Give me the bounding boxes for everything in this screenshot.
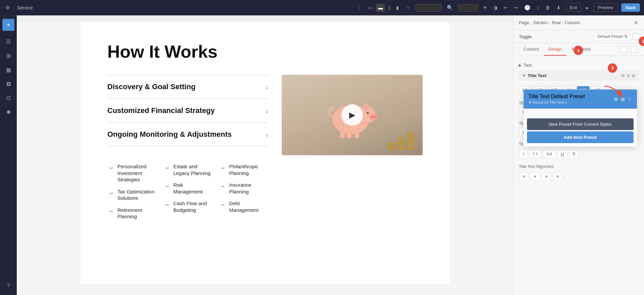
new-preset-from-styles-button[interactable]: New Preset From Current Styles <box>527 118 634 130</box>
checkbox-square[interactable] <box>633 34 639 40</box>
preset-selector[interactable]: Default Preset ⇅ <box>594 33 631 40</box>
service-title: Service <box>17 5 33 10</box>
expand-icon-2[interactable]: ⧉ <box>627 73 630 78</box>
section-title: How It Works <box>107 42 423 61</box>
theme-toggle-icon[interactable]: ◑ <box>492 3 499 12</box>
checkbox-sq3[interactable] <box>631 47 637 53</box>
font-style-tt2-button[interactable]: T T <box>543 150 556 158</box>
checkbox-sq2[interactable] <box>621 47 627 53</box>
download-icon[interactable]: ⬇ <box>555 3 562 12</box>
history-icon[interactable]: 🕐 <box>523 3 532 12</box>
tab-content[interactable]: Content <box>519 43 544 56</box>
play-button[interactable]: ▶ <box>341 104 363 126</box>
accordion-header-2[interactable]: Customized Financial Strategy ↓ <box>107 106 268 115</box>
video-thumbnail[interactable]: ▶ <box>282 75 423 155</box>
title-text-actions: 3 ⚙ ⧉ ⊞ <box>621 73 635 78</box>
align-left-button[interactable]: ≡ <box>519 172 529 181</box>
more-options-icon[interactable]: ⋮ <box>355 3 363 12</box>
breadcrumb-column[interactable]: Column <box>565 20 580 25</box>
preset-more-icon[interactable]: ⋮ <box>628 97 632 102</box>
undo-icon[interactable]: ↩ <box>502 3 509 12</box>
gear-icon[interactable]: ⚙ <box>4 3 11 12</box>
save-button[interactable]: Save <box>621 3 640 12</box>
tablet-landscape-icon[interactable]: ▬ <box>376 4 385 12</box>
service-text-8: Insurance Planning <box>229 182 268 195</box>
preview-button[interactable]: Preview <box>593 3 618 12</box>
accordion-header-1[interactable]: Discovery & Goal Setting ↓ <box>107 82 268 91</box>
grid-icon[interactable]: ▦ <box>2 64 14 76</box>
italic-button[interactable]: I <box>519 150 528 158</box>
search-icon[interactable]: 🔍 <box>445 3 454 12</box>
breadcrumb-section[interactable]: Section <box>533 20 548 25</box>
preset-settings-icon[interactable]: ⚙ <box>614 97 618 102</box>
preset-selected-item[interactable]: Title Text Default Preset ★ Based on:Tit… <box>524 90 637 109</box>
service-text-2: Tax Optimization Solutions <box>117 188 157 201</box>
settings-icon[interactable]: ⚙ <box>621 73 625 78</box>
service-text-7: Philanthropic Planning <box>229 163 268 176</box>
accordion-item-1[interactable]: Discovery & Goal Setting ↓ <box>107 75 268 99</box>
add-element-button[interactable]: + <box>2 19 14 31</box>
sun-icon[interactable]: ☀ <box>481 3 488 12</box>
accordion-title-3: Ongoing Monitoring & Adjustments <box>107 130 232 139</box>
preset-label: Default Preset <box>597 34 623 39</box>
align-center-button[interactable]: ≡ <box>530 172 540 181</box>
elements-icon[interactable]: ⊞ <box>2 50 14 62</box>
accordion-title-2: Customized Financial Strategy <box>107 106 215 115</box>
layers-icon[interactable]: ☰ <box>2 36 14 48</box>
accordion-item-3[interactable]: Ongoing Monitoring & Adjustments ↓ <box>107 123 268 146</box>
align-right-button[interactable]: ≡ <box>541 172 551 181</box>
top-bar: ⚙ Service ⋮ ▭ ▬ ▯ ▮ ↔ 1143px 🔍 100% ☀ ◑ … <box>0 0 644 15</box>
tab-design[interactable]: Design <box>544 43 567 56</box>
service-text-9: Debt Management <box>229 200 268 213</box>
font-style-tt1-button[interactable]: T T <box>529 150 542 158</box>
breadcrumb-sep-1: › <box>530 20 532 25</box>
help-icon[interactable]: ? <box>2 280 14 292</box>
redo-icon[interactable]: ↪ <box>513 3 520 12</box>
preset-selected-name: Title Text Default Preset <box>528 94 585 100</box>
design-icon[interactable]: ⊟ <box>2 78 14 90</box>
font-style-buttons: I T T T T U T <box>519 148 639 160</box>
service-text-3: Retirement Planning <box>117 207 157 220</box>
service-arrow-6: → <box>163 201 170 209</box>
breadcrumb-page[interactable]: Page <box>519 20 529 25</box>
text-section-row[interactable]: ▶ Text <box>519 60 639 70</box>
mobile-view-icon[interactable]: ▮ <box>394 4 401 12</box>
expand-icon[interactable]: ▸ <box>585 3 590 12</box>
svg-point-8 <box>364 105 367 110</box>
breadcrumb-row[interactable]: Row <box>552 20 560 25</box>
title-text-align-label: Title Text Alignment <box>519 164 639 169</box>
add-new-preset-button[interactable]: Add New Preset <box>527 131 634 143</box>
accordion-item-2[interactable]: Customized Financial Strategy ↓ <box>107 99 268 123</box>
zoom-input[interactable]: 100% <box>458 4 478 11</box>
alignment-buttons: ≡ ≡ ≡ ≡ <box>519 170 639 183</box>
service-col-2: → Estate and Legacy Planning → Risk Mana… <box>163 163 213 220</box>
page-content: How It Works Discovery & Goal Setting ↓ … <box>80 22 449 284</box>
step-2-badge: 2 <box>639 37 644 46</box>
strikethrough-button[interactable]: T <box>569 150 579 158</box>
accordion-header-3[interactable]: Ongoing Monitoring & Adjustments ↓ <box>107 130 268 139</box>
left-toolbar: + ☰ ⊞ ▦ ⊟ ⊡ ✱ ? <box>0 15 17 295</box>
breadcrumb-sep-3: › <box>562 20 563 25</box>
width-input[interactable]: 1143px <box>415 4 442 11</box>
panel-close-button[interactable]: ✕ <box>633 19 639 26</box>
service-item-6: → Cash Flow and Budgeting <box>163 200 213 213</box>
service-arrow-8: → <box>219 182 226 190</box>
text-section-label: Text <box>524 63 532 68</box>
components-icon[interactable]: ⊡ <box>2 92 14 104</box>
exit-button[interactable]: Exit <box>566 3 582 12</box>
align-justify-button[interactable]: ≡ <box>553 172 563 181</box>
service-arrow-7: → <box>219 164 226 172</box>
view-mode-selector: ▭ ▬ ▯ ▮ <box>366 4 401 12</box>
delete-icon[interactable]: 🗑 <box>544 3 552 12</box>
tablet-portrait-icon[interactable]: ▯ <box>386 4 393 12</box>
more-icon[interactable]: ⊞ <box>632 73 635 78</box>
media-icon[interactable]: ✱ <box>2 106 14 118</box>
resize-icon[interactable]: ↔ <box>404 3 412 12</box>
title-text-header[interactable]: ▼ Title Text 3 ⚙ ⧉ ⊞ <box>519 70 639 81</box>
underline-button[interactable]: U <box>557 150 568 158</box>
service-arrow-4: → <box>163 164 170 172</box>
preset-controls: Default Preset ⇅ <box>594 33 639 40</box>
desktop-view-icon[interactable]: ▭ <box>366 4 375 12</box>
responsive-icon[interactable]: ↕ <box>535 3 541 12</box>
preset-copy-icon[interactable]: ⊞ <box>621 97 625 102</box>
